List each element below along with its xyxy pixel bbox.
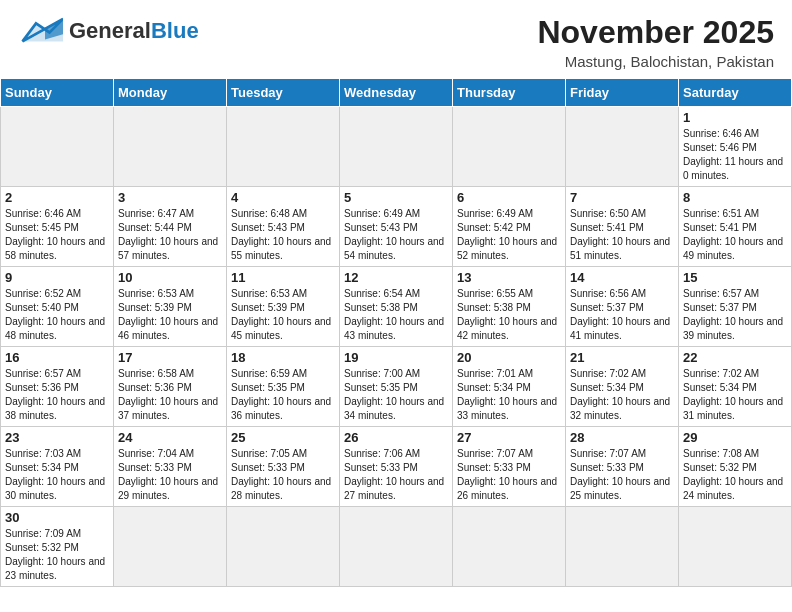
- calendar-cell: 22Sunrise: 7:02 AMSunset: 5:34 PMDayligh…: [679, 347, 792, 427]
- calendar-cell: 17Sunrise: 6:58 AMSunset: 5:36 PMDayligh…: [114, 347, 227, 427]
- calendar-cell: [1, 107, 114, 187]
- calendar-cell: 27Sunrise: 7:07 AMSunset: 5:33 PMDayligh…: [453, 427, 566, 507]
- calendar-cell: 2Sunrise: 6:46 AMSunset: 5:45 PMDaylight…: [1, 187, 114, 267]
- calendar-cell: 25Sunrise: 7:05 AMSunset: 5:33 PMDayligh…: [227, 427, 340, 507]
- calendar-cell: 16Sunrise: 6:57 AMSunset: 5:36 PMDayligh…: [1, 347, 114, 427]
- calendar-cell: 20Sunrise: 7:01 AMSunset: 5:34 PMDayligh…: [453, 347, 566, 427]
- calendar-cell: 1Sunrise: 6:46 AMSunset: 5:46 PMDaylight…: [679, 107, 792, 187]
- calendar-table: Sunday Monday Tuesday Wednesday Thursday…: [0, 78, 792, 587]
- header-tuesday: Tuesday: [227, 79, 340, 107]
- calendar-cell: 8Sunrise: 6:51 AMSunset: 5:41 PMDaylight…: [679, 187, 792, 267]
- calendar-cell: 7Sunrise: 6:50 AMSunset: 5:41 PMDaylight…: [566, 187, 679, 267]
- calendar-cell: [227, 507, 340, 587]
- calendar-cell: 18Sunrise: 6:59 AMSunset: 5:35 PMDayligh…: [227, 347, 340, 427]
- calendar-cell: [453, 507, 566, 587]
- calendar-cell: 12Sunrise: 6:54 AMSunset: 5:38 PMDayligh…: [340, 267, 453, 347]
- header: GeneralBlue November 2025 Mastung, Baloc…: [0, 0, 792, 78]
- calendar-cell: 5Sunrise: 6:49 AMSunset: 5:43 PMDaylight…: [340, 187, 453, 267]
- calendar-cell: 6Sunrise: 6:49 AMSunset: 5:42 PMDaylight…: [453, 187, 566, 267]
- calendar-cell: 28Sunrise: 7:07 AMSunset: 5:33 PMDayligh…: [566, 427, 679, 507]
- header-sunday: Sunday: [1, 79, 114, 107]
- header-wednesday: Wednesday: [340, 79, 453, 107]
- month-title: November 2025: [537, 14, 774, 51]
- calendar-cell: 3Sunrise: 6:47 AMSunset: 5:44 PMDaylight…: [114, 187, 227, 267]
- calendar-cell: [566, 107, 679, 187]
- header-monday: Monday: [114, 79, 227, 107]
- calendar-cell: [340, 507, 453, 587]
- calendar-cell: [566, 507, 679, 587]
- calendar-cell: 11Sunrise: 6:53 AMSunset: 5:39 PMDayligh…: [227, 267, 340, 347]
- weekday-header-row: Sunday Monday Tuesday Wednesday Thursday…: [1, 79, 792, 107]
- calendar-cell: [453, 107, 566, 187]
- calendar-cell: 10Sunrise: 6:53 AMSunset: 5:39 PMDayligh…: [114, 267, 227, 347]
- calendar-cell: 13Sunrise: 6:55 AMSunset: 5:38 PMDayligh…: [453, 267, 566, 347]
- logo-brand: GeneralBlue: [69, 19, 199, 43]
- calendar-cell: [114, 507, 227, 587]
- calendar-cell: 14Sunrise: 6:56 AMSunset: 5:37 PMDayligh…: [566, 267, 679, 347]
- header-friday: Friday: [566, 79, 679, 107]
- calendar-cell: 19Sunrise: 7:00 AMSunset: 5:35 PMDayligh…: [340, 347, 453, 427]
- calendar-cell: 21Sunrise: 7:02 AMSunset: 5:34 PMDayligh…: [566, 347, 679, 427]
- logo-area: GeneralBlue: [18, 14, 199, 49]
- header-thursday: Thursday: [453, 79, 566, 107]
- location-title: Mastung, Balochistan, Pakistan: [537, 53, 774, 70]
- calendar-cell: 24Sunrise: 7:04 AMSunset: 5:33 PMDayligh…: [114, 427, 227, 507]
- calendar-cell: 15Sunrise: 6:57 AMSunset: 5:37 PMDayligh…: [679, 267, 792, 347]
- header-saturday: Saturday: [679, 79, 792, 107]
- calendar-cell: 4Sunrise: 6:48 AMSunset: 5:43 PMDaylight…: [227, 187, 340, 267]
- calendar-cell: 26Sunrise: 7:06 AMSunset: 5:33 PMDayligh…: [340, 427, 453, 507]
- calendar-cell: [114, 107, 227, 187]
- calendar-cell: 30Sunrise: 7:09 AMSunset: 5:32 PMDayligh…: [1, 507, 114, 587]
- calendar-cell: 9Sunrise: 6:52 AMSunset: 5:40 PMDaylight…: [1, 267, 114, 347]
- calendar-cell: [340, 107, 453, 187]
- generalblue-logo-icon: [18, 14, 63, 49]
- calendar-cell: [679, 507, 792, 587]
- title-area: November 2025 Mastung, Balochistan, Paki…: [537, 14, 774, 70]
- calendar-cell: 23Sunrise: 7:03 AMSunset: 5:34 PMDayligh…: [1, 427, 114, 507]
- calendar-cell: 29Sunrise: 7:08 AMSunset: 5:32 PMDayligh…: [679, 427, 792, 507]
- calendar-cell: [227, 107, 340, 187]
